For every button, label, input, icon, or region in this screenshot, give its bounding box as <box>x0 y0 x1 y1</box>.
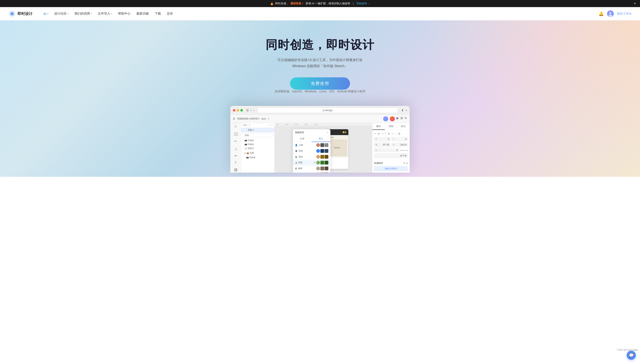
toolbar-add-icon[interactable]: + <box>268 117 269 120</box>
edit-component-btn[interactable]: 编辑引用组件 <box>374 166 408 171</box>
sidebar-cursor-icon[interactable]: ↖ <box>234 125 237 129</box>
logo[interactable]: 即时设计 <box>8 10 32 18</box>
x-field[interactable]: X 0 <box>374 137 391 141</box>
h-field[interactable]: H 146.34 <box>392 143 408 147</box>
rotation-field[interactable]: ↻ 0 <box>374 148 399 152</box>
user-avatar[interactable] <box>607 10 614 17</box>
announcement-close[interactable]: × <box>634 2 636 6</box>
sidebar-pencil-icon[interactable]: ✒ <box>234 154 237 158</box>
layer-item-4[interactable]: ▾ 📦 封面 <box>241 151 274 155</box>
corner-field[interactable]: ⌒ 多个值 <box>374 154 408 158</box>
layer-item-5[interactable]: 📷 6.jpeg <box>241 155 274 159</box>
arch-sample-2 <box>320 166 324 170</box>
sidebar-pen-icon[interactable]: ✏ <box>234 139 237 143</box>
layout-icon[interactable]: ⊞ <box>398 132 401 136</box>
toolbar-project-name[interactable]: 书籍阅读类小程序设计 <box>237 117 260 120</box>
align-middle-icon[interactable]: ⊟ <box>387 132 390 136</box>
smart-fill-tab-text[interactable]: 文本 <box>293 136 312 142</box>
align-bottom-icon[interactable]: ⊥ <box>391 132 394 136</box>
sf-category-landscape[interactable]: 🏞 风景 ↗ <box>293 160 330 166</box>
browser-sidebar-btn[interactable]: ☰ <box>246 108 249 112</box>
browser-share-icon[interactable]: ⬆ <box>401 108 404 112</box>
browser-add-tab-icon[interactable]: + <box>406 108 407 112</box>
sf-category-architecture[interactable]: 🏛 建筑 <box>293 166 330 171</box>
layer-item-2[interactable]: 📷 6.jpeg <box>241 142 274 146</box>
layer-file-icon-2: 📷 <box>244 143 247 145</box>
layers-options-icon[interactable]: ≡ <box>269 124 270 126</box>
sf-category-tech[interactable]: 💻 科技 <box>293 148 330 154</box>
canvas-area[interactable]: 530 968 1082 1194 1400 ✦ 整页 <box>274 123 372 172</box>
align-top-icon[interactable]: ⊤ <box>384 132 387 136</box>
flip-v-icon[interactable]: ⟷ <box>404 149 408 152</box>
y-field[interactable]: Y 0 <box>392 137 408 141</box>
notification-bell-icon[interactable]: 🔔 <box>598 11 604 16</box>
nav-item-help[interactable]: 帮助中心 <box>116 10 133 17</box>
browser-controls: ☰ ‹ › <box>246 108 254 112</box>
biz-sample-1 <box>316 155 320 159</box>
biz-sample-2 <box>320 155 324 159</box>
sf-category-business[interactable]: 🏪 商业 <box>293 154 330 160</box>
smart-fill-tabs: 文本 图片 <box>293 136 330 142</box>
hero-subtitle-line1: 可云端编辑的专业级 UI 设计工具，为中国设计师量身打造 <box>278 57 363 63</box>
person-sample-2 <box>320 143 324 147</box>
browser-forward-btn[interactable]: › <box>253 108 254 112</box>
w-field[interactable]: W 多个值 <box>374 142 391 147</box>
nav-item-features[interactable]: 最新功能 <box>134 10 151 17</box>
nav-item-import[interactable]: 文件导入 ▾ <box>95 10 115 17</box>
smart-fill-panel: 智能填充 × 文本 图片 👤 <box>293 129 330 172</box>
sf-category-food[interactable]: 🍜 美食 <box>293 171 330 172</box>
nav-item-ai[interactable]: Ai ▾ <box>41 10 51 17</box>
dp-tab-prototype[interactable]: 原型 <box>385 123 397 130</box>
announcement-cta[interactable]: 开始创作→ <box>356 2 370 6</box>
dp-tab-design[interactable]: 设计 <box>372 123 385 130</box>
land-sample-3 <box>324 161 328 164</box>
nav-item-advantages[interactable]: 我们的优势 ▾ <box>72 10 94 17</box>
flip-h-icon[interactable]: ⟺ <box>400 149 404 152</box>
corner-row: ⌒ 多个值 <box>374 154 408 158</box>
layer-group-icon: ▾ <box>244 152 246 154</box>
sf-category-person[interactable]: 👤 人物 <box>293 142 330 148</box>
biz-sample-3 <box>324 155 328 159</box>
nav-item-download[interactable]: 下载 <box>152 10 164 17</box>
toolbar-grid-icon[interactable]: ⊞ <box>400 116 403 121</box>
hero-cta-button[interactable]: 免费使用 <box>290 77 350 90</box>
dp-tab-annotation[interactable]: 标注 <box>397 123 410 130</box>
sidebar-image-icon[interactable]: 🖼 <box>234 168 238 172</box>
traffic-light-red[interactable] <box>233 109 235 112</box>
align-left-icon[interactable]: ⊢ <box>374 132 377 136</box>
layers-search-input[interactable] <box>243 133 273 137</box>
nav-item-community[interactable]: 设计社区 ▾ <box>52 10 71 17</box>
add-page-icon[interactable]: + <box>272 124 273 126</box>
nav-item-pricing[interactable]: 定价 <box>164 10 176 17</box>
component-detach-icon[interactable]: ⊡ <box>406 162 408 165</box>
toolbar-zoom[interactable]: 62% <box>262 118 266 120</box>
toolbar-refresh-icon[interactable]: ↻ <box>405 116 407 121</box>
architecture-icon: 🏛 <box>295 168 297 170</box>
component-reset-icon[interactable]: ↺ <box>403 162 405 165</box>
toolbar-play-icon[interactable]: ▶ <box>396 116 399 121</box>
sidebar-text-icon[interactable]: T <box>235 161 237 165</box>
distribute-h-icon[interactable]: ⋯ <box>394 132 397 136</box>
traffic-light-yellow[interactable] <box>236 109 239 112</box>
person-icon: 👤 <box>295 144 298 146</box>
align-right-icon[interactable]: ⊣ <box>381 132 384 136</box>
nav-features-label: 最新功能 <box>136 12 149 16</box>
smart-fill-close[interactable]: × <box>327 131 328 134</box>
sidebar-frame-icon[interactable]: ⬜ <box>234 132 238 136</box>
address-bar[interactable]: js.design <box>258 108 398 113</box>
svg-point-1 <box>12 13 13 14</box>
layer-page-item[interactable]: 📄 页面 1 <box>241 128 274 132</box>
layer-item-3[interactable]: ⬜ 矩形 8 <box>241 146 274 151</box>
goto-workspace-link[interactable]: 前往工作台 <box>617 12 632 16</box>
layer-item-1[interactable]: 📷 6.jpeg <box>241 138 274 142</box>
align-center-icon[interactable]: ⊕ <box>377 132 380 136</box>
traffic-light-green[interactable] <box>240 109 243 112</box>
smart-fill-tab-image[interactable]: 图片 <box>312 136 330 142</box>
toolbar-menu-icon[interactable]: ☰ <box>233 117 235 120</box>
avatar-img <box>607 10 614 17</box>
browser-actions: ⬆ + <box>401 108 407 112</box>
collab-avatar-1 <box>383 116 388 121</box>
layer-frame-icon: 📦 <box>246 152 249 154</box>
sidebar-shape-icon[interactable]: △ <box>234 146 237 150</box>
browser-back-btn[interactable]: ‹ <box>250 108 252 112</box>
